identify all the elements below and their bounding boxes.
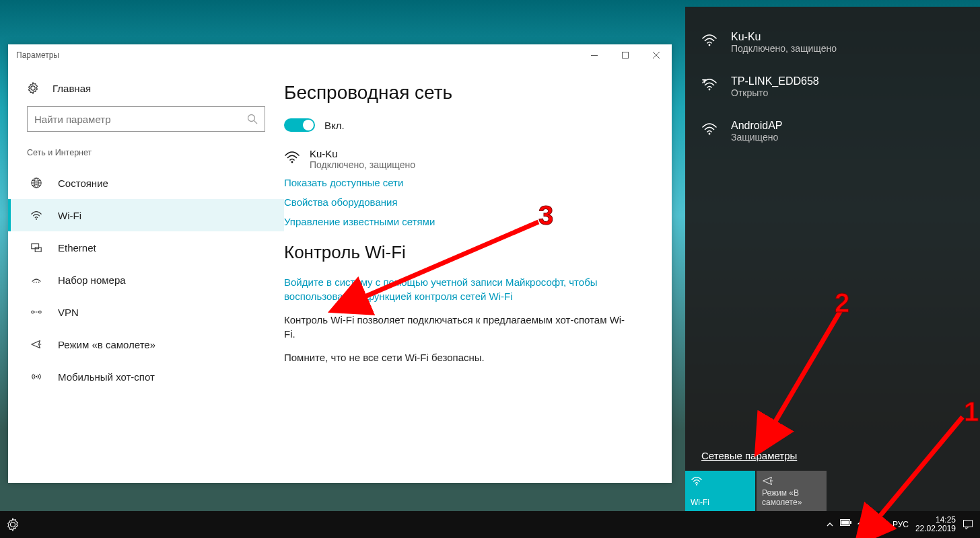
svg-point-19 [709,89,711,91]
sidebar-item-label: VPN [58,307,79,318]
section-title-wifi-sense: Контроль Wi-Fi [284,242,645,263]
minimize-button[interactable] [579,44,610,66]
svg-rect-25 [841,521,849,525]
sidebar-section-label: Сеть и Интернет [8,148,284,167]
network-item[interactable]: AndroidAP Защищено [685,109,980,153]
sidebar-item-home[interactable]: Главная [8,82,284,106]
vpn-icon [30,305,43,319]
network-name: TP-LINK_EDD658 [731,75,819,87]
maximize-button[interactable] [610,44,641,66]
sidebar-item-label: Wi-Fi [58,210,81,221]
sidebar-item-dialup[interactable]: Набор номера [8,264,284,296]
connected-network[interactable]: Ku-Ku Подключено, защищено [284,148,645,170]
sidebar-item-label: Режим «в самолете» [58,339,155,350]
network-name: AndroidAP [731,120,783,132]
svg-point-14 [39,311,42,313]
network-item[interactable]: Ku-Ku Подключено, защищено [685,20,980,65]
system-tray: РУС 14:25 22.02.2019 [827,516,980,533]
wifi-icon [30,208,43,222]
globe-icon [30,176,43,190]
tile-wifi[interactable]: Wi-Fi [685,471,755,511]
link-show-available-networks[interactable]: Показать доступные сети [284,177,645,188]
link-manage-known-networks[interactable]: Управление известными сетями [284,216,645,227]
taskbar: РУС 14:25 22.02.2019 [0,511,980,538]
network-status: Подключено, защищено [731,43,837,54]
wifi-icon [284,149,300,165]
dialup-icon [30,273,43,286]
network-flyout: Ku-Ku Подключено, защищено ! TP-LINK_EDD… [685,7,980,511]
gear-icon [27,82,39,94]
wifi-sense-desc-2: Помните, что не все сети Wi-Fi безопасны… [284,350,634,364]
sidebar-item-hotspot[interactable]: Мобильный хот-спот [8,360,284,393]
svg-point-17 [291,161,293,163]
clock-date: 22.02.2019 [915,525,956,533]
airplane-icon [30,338,43,351]
svg-point-21 [709,133,711,135]
tile-wifi-label: Wi-Fi [691,498,750,507]
svg-rect-0 [591,55,598,56]
close-button[interactable] [641,44,672,66]
sidebar-home-label: Главная [53,83,91,94]
svg-rect-1 [623,52,629,59]
sidebar-item-label: Набор номера [58,274,126,286]
battery-icon[interactable] [840,519,851,530]
svg-point-13 [32,311,34,313]
network-tray-icon[interactable] [858,519,868,530]
volume-icon[interactable] [875,519,886,530]
search-input[interactable] [34,114,247,125]
wifi-toggle[interactable] [284,118,315,132]
tray-overflow-button[interactable] [827,521,833,528]
connected-network-status: Подключено, защищено [310,159,415,170]
network-status: Защищено [731,132,783,143]
settings-content: Беспроводная сеть Вкл. Ku-Ku Подключено,… [284,66,672,476]
sidebar-item-status[interactable]: Состояние [8,167,284,199]
wifi-secured-icon [701,121,718,137]
svg-point-10 [34,282,35,283]
wifi-open-icon: ! [701,77,718,93]
sidebar-item-wifi[interactable]: Wi-Fi [8,199,284,231]
svg-rect-27 [964,521,973,527]
link-network-settings[interactable]: Сетевые параметры [685,440,980,471]
wifi-icon [691,475,703,487]
network-name: Ku-Ku [731,31,837,43]
language-indicator[interactable]: РУС [893,520,909,529]
sidebar-item-label: Состояние [58,178,108,189]
svg-rect-24 [850,521,851,524]
search-icon [247,114,258,124]
tray-clock[interactable]: 14:25 22.02.2019 [915,516,956,533]
settings-sidebar: Главная Сеть и Интернет Состояние Wi [8,66,284,476]
sidebar-item-ethernet[interactable]: Ethernet [8,231,284,264]
hotspot-icon [30,370,43,383]
link-signin-microsoft[interactable]: Войдите в систему с помощью учетной запи… [284,276,598,302]
network-item[interactable]: ! TP-LINK_EDD658 Открыто [685,65,980,109]
sidebar-item-airplane[interactable]: Режим «в самолете» [8,328,284,360]
svg-rect-9 [35,247,41,252]
sidebar-item-label: Мобильный хот-спот [58,371,155,383]
action-center-icon[interactable] [963,519,973,530]
svg-point-12 [38,282,40,283]
ethernet-icon [30,241,43,254]
page-title: Беспроводная сеть [284,82,645,104]
tile-airplane-label: Режим «В самолете» [762,488,821,507]
sidebar-item-label: Ethernet [58,242,96,254]
window-titlebar: Параметры [8,44,672,66]
sidebar-item-vpn[interactable]: VPN [8,296,284,328]
svg-point-26 [862,528,864,529]
wifi-icon [701,32,718,48]
svg-point-22 [696,484,697,486]
svg-point-18 [709,44,711,46]
svg-point-11 [36,282,37,283]
network-status: Открыто [731,87,819,98]
link-hardware-properties[interactable]: Свойства оборудования [284,196,645,208]
connected-network-name: Ku-Ku [310,148,415,159]
tile-airplane-mode[interactable]: Режим «В самолете» [757,471,827,511]
window-title: Параметры [16,50,59,60]
wifi-sense-desc-1: Контроль Wi-Fi позволяет подключаться к … [284,313,634,341]
settings-window: Параметры Главная [8,44,672,483]
wifi-toggle-label: Вкл. [324,120,345,131]
airplane-icon [762,475,774,487]
svg-point-2 [248,115,255,122]
taskbar-settings-button[interactable] [4,516,22,533]
settings-search[interactable] [27,106,265,132]
svg-line-3 [254,121,258,124]
